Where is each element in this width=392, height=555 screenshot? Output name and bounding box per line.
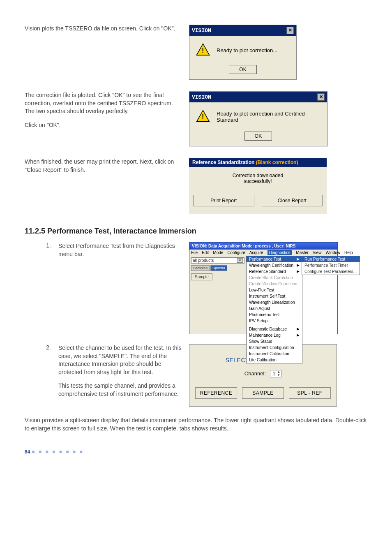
panel-title: Reference Standardization: [192, 160, 256, 165]
menu-item[interactable]: Low-Flux Test: [247, 287, 302, 293]
combo-value: all products: [193, 258, 214, 263]
sample-button[interactable]: SAMPLE: [242, 387, 284, 399]
menu-configure[interactable]: Configure: [227, 250, 245, 255]
menu-item[interactable]: Lite Calibration: [247, 357, 302, 363]
instruction-text: Click on "OK".: [25, 121, 181, 130]
warning-icon: !: [196, 43, 210, 57]
vision-dialog-1: VISION ✕ ! Ready to plot correction... O…: [189, 25, 297, 80]
menu-master[interactable]: Master: [296, 250, 309, 255]
performance-test-submenu[interactable]: Run Performance TestPerformance Test Tim…: [302, 256, 360, 275]
submenu-arrow-icon: ▶: [297, 257, 300, 261]
menu-help[interactable]: Help: [344, 250, 353, 255]
dropdown-arrow-icon[interactable]: ▼: [237, 258, 243, 263]
product-combo[interactable]: all products ▼: [191, 257, 244, 264]
menu-item[interactable]: Photometric Test: [247, 312, 302, 318]
close-icon[interactable]: ✕: [317, 93, 325, 101]
step-number: 2.: [25, 344, 51, 407]
close-icon[interactable]: ✕: [286, 27, 294, 34]
panel-message: successfully!: [193, 178, 323, 184]
vision-app-screenshot: VISION: Data Acquisition Mode: process ,…: [189, 242, 338, 334]
spl-ref-button[interactable]: SPL - REF: [289, 387, 331, 399]
dialog-title: VISION: [192, 28, 211, 34]
submenu-item[interactable]: Run Performance Test: [302, 256, 360, 262]
panel-message: Correction downloaded: [193, 173, 323, 178]
menu-item[interactable]: Instrument Configuration: [247, 345, 302, 351]
submenu-arrow-icon: ▶: [297, 269, 300, 274]
menu-mode[interactable]: Mode: [213, 250, 223, 255]
menu-edit[interactable]: Edit: [202, 250, 209, 255]
menu-item[interactable]: Instrument Calibration: [247, 351, 302, 357]
instruction-text: When finished, the user may print the re…: [25, 158, 181, 174]
menu-item: Create Blank Correction: [247, 275, 302, 281]
section-heading: 11.2.5 Performance Test, Interactance Im…: [25, 227, 367, 236]
tab-samples[interactable]: Samples: [191, 265, 210, 271]
panel-title-highlight: (Blank correction): [256, 160, 298, 165]
menu-item[interactable]: Diagnostic Database▶: [247, 326, 302, 332]
instruction-text: The correction file is plotted. Click "O…: [25, 91, 181, 116]
tab-spectra[interactable]: Spectra: [210, 265, 227, 271]
diagnostics-menu[interactable]: Performance Test▶Wavelength Certificatio…: [246, 256, 302, 363]
submenu-item[interactable]: Configure Test Parameters...: [302, 268, 360, 275]
channel-label-hotkey: C: [244, 370, 248, 377]
step-number: 1.: [25, 242, 51, 334]
menu-view[interactable]: View: [313, 250, 322, 255]
app-menubar[interactable]: FileEditModeConfigureAcquireDiagnosticsM…: [189, 250, 337, 256]
step-text: Select the channel to be used for the te…: [58, 344, 182, 376]
menu-item[interactable]: Wavelength Linearization: [247, 299, 302, 305]
channel-value: 1: [273, 371, 277, 377]
sample-button[interactable]: Sample: [191, 273, 212, 280]
submenu-arrow-icon: ▶: [297, 327, 300, 331]
menu-item[interactable]: Show Status: [247, 338, 302, 345]
step-text: Select Performance Test from the Diagnos…: [58, 242, 182, 334]
dialog-title: VISION: [192, 94, 211, 100]
close-report-button[interactable]: Close Report: [262, 195, 323, 206]
menu-window[interactable]: Window: [325, 250, 340, 255]
ok-button[interactable]: OK: [229, 65, 256, 74]
menu-item[interactable]: IPV Setup: [247, 318, 302, 324]
menu-item[interactable]: Performance Test▶: [247, 256, 302, 262]
menu-acquire[interactable]: Acquire: [249, 250, 263, 255]
page-number: 84■ ■ ■ ■ ■ ■ ■ ■: [25, 449, 367, 455]
menu-item[interactable]: Maintenance Log▶: [247, 332, 302, 338]
submenu-arrow-icon: ▶: [297, 333, 300, 338]
vision-dialog-2: VISION ✕ ! Ready to plot correction and …: [189, 91, 327, 146]
print-report-button[interactable]: Print Report: [193, 195, 254, 206]
reference-standardization-panel: Reference Standardization (Blank correct…: [189, 158, 327, 214]
step-text: This tests the sample channel, and provi…: [58, 382, 182, 398]
menu-item[interactable]: Gain Adjust: [247, 305, 302, 312]
menu-diagnostics[interactable]: Diagnostics: [267, 250, 292, 255]
dialog-message: Ready to plot correction and Certified S…: [217, 111, 319, 123]
bottom-paragraph: Vision provides a split-screen display t…: [25, 416, 367, 432]
ok-button[interactable]: OK: [244, 132, 272, 141]
submenu-item[interactable]: Performance Test Timer: [302, 262, 360, 268]
menu-item[interactable]: Reference Standard▶: [247, 268, 302, 275]
menu-item[interactable]: Instrument Self Test: [247, 293, 302, 299]
menu-file[interactable]: File: [191, 250, 198, 255]
menu-item[interactable]: Wavelength Certification▶: [247, 262, 302, 268]
warning-icon: !: [196, 110, 210, 124]
submenu-arrow-icon: ▶: [297, 263, 300, 268]
app-titlebar: VISION: Data Acquisition Mode: process ,…: [189, 243, 337, 250]
dialog-message: Ready to plot correction...: [217, 47, 277, 53]
channel-label: hannel:: [248, 370, 266, 377]
instruction-text: Vision plots the TSSZERO.da file on scre…: [25, 25, 181, 33]
spinner-arrows-icon[interactable]: ▲▼: [277, 370, 280, 377]
menu-item: Create Window Correction: [247, 281, 302, 287]
reference-button[interactable]: REFERENCE: [195, 387, 237, 399]
channel-spinner[interactable]: 1 ▲▼: [270, 370, 282, 377]
